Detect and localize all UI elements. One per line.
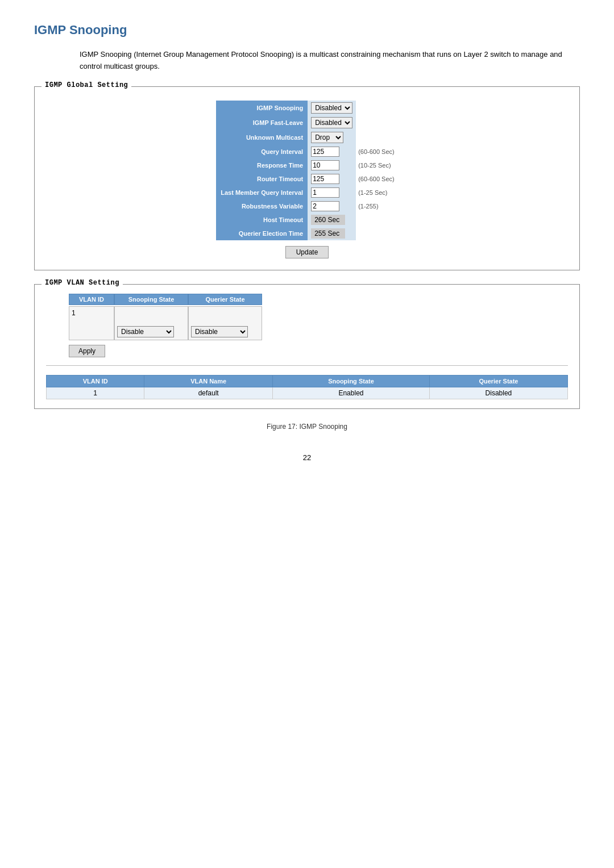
global-select-0[interactable]: DisabledEnabled — [311, 102, 352, 114]
vlan-list-col-0: VLAN ID — [47, 375, 144, 387]
vlan-col-header-querier: Querier State — [188, 294, 262, 305]
global-setting-section: IGMP Global Setting IGMP SnoopingDisable… — [34, 86, 580, 270]
global-field-hint-8 — [356, 213, 398, 227]
page-number: 22 — [34, 453, 580, 462]
global-field-label-5: Router Timeout — [216, 172, 308, 186]
page-title: IGMP Snooping — [34, 23, 580, 37]
global-field-hint-6: (1-25 Sec) — [356, 186, 398, 199]
vlan-id-cell: 1 — [69, 306, 114, 340]
vlan-id-value: 1 — [72, 309, 76, 317]
global-readonly-9: 255 Sec — [311, 228, 345, 239]
vlan-list-cell-0-3: Disabled — [429, 387, 567, 399]
global-readonly-8: 260 Sec — [311, 215, 345, 225]
vlan-list-cell-0-0: 1 — [47, 387, 144, 399]
global-field-hint-5: (60-600 Sec) — [356, 172, 398, 186]
global-field-value-8: 260 Sec — [308, 213, 356, 227]
global-field-hint-4: (10-25 Sec) — [356, 158, 398, 172]
vlan-snoop-dropdown-row: DisableEnable — [117, 326, 185, 337]
vlan-snoop-area: DisableEnable — [114, 306, 188, 340]
global-field-hint-9 — [356, 227, 398, 240]
vlan-querier-area: DisableEnable — [188, 306, 262, 340]
global-field-label-1: IGMP Fast-Leave — [216, 115, 308, 130]
vlan-setting-section: IGMP VLAN Setting VLAN ID Snooping State… — [34, 284, 580, 409]
global-field-hint-2 — [356, 130, 398, 145]
table-row: 1defaultEnabledDisabled — [47, 387, 568, 399]
vlan-col-header-snoop: Snooping State — [114, 294, 188, 305]
vlan-list-cell-0-1: default — [144, 387, 273, 399]
figure-caption: Figure 17: IGMP Snooping — [34, 423, 580, 431]
vlan-setting-title: IGMP VLAN Setting — [42, 279, 123, 287]
global-field-value-7[interactable] — [308, 199, 356, 213]
update-button[interactable]: Update — [285, 246, 329, 258]
global-input-5[interactable] — [311, 174, 339, 184]
global-setting-table: IGMP SnoopingDisabledEnabledIGMP Fast-Le… — [216, 101, 397, 240]
global-field-value-0[interactable]: DisabledEnabled — [308, 101, 356, 115]
global-input-7[interactable] — [311, 201, 339, 211]
global-field-value-3[interactable] — [308, 145, 356, 158]
vlan-body-row: 1 DisableEnable DisableEnable — [69, 306, 262, 340]
vlan-list-col-2: Snooping State — [273, 375, 430, 387]
global-select-2[interactable]: DropFlood — [311, 132, 343, 143]
vlan-setting-inner: VLAN ID Snooping State Querier State 1 D… — [69, 294, 568, 360]
apply-button[interactable]: Apply — [69, 345, 105, 357]
global-field-value-9: 255 Sec — [308, 227, 356, 240]
global-input-4[interactable] — [311, 160, 339, 170]
global-field-label-4: Response Time — [216, 158, 308, 172]
vlan-list-col-3: Querier State — [429, 375, 567, 387]
global-input-6[interactable] — [311, 187, 339, 198]
global-field-label-2: Unknown Multicast — [216, 130, 308, 145]
vlan-table-header: VLAN ID Snooping State Querier State — [69, 294, 262, 305]
divider — [46, 365, 568, 366]
global-input-3[interactable] — [311, 147, 339, 157]
global-field-hint-0 — [356, 101, 398, 115]
global-field-label-7: Robustness Variable — [216, 199, 308, 213]
vlan-querier-select[interactable]: DisableEnable — [191, 326, 248, 337]
vlan-list-col-1: VLAN Name — [144, 375, 273, 387]
vlan-snoop-select[interactable]: DisableEnable — [117, 326, 174, 337]
global-field-label-3: Query Interval — [216, 145, 308, 158]
global-field-label-9: Querier Election Time — [216, 227, 308, 240]
global-field-label-8: Host Timeout — [216, 213, 308, 227]
global-setting-title: IGMP Global Setting — [42, 81, 131, 89]
global-field-label-0: IGMP Snooping — [216, 101, 308, 115]
global-field-value-1[interactable]: DisabledEnabled — [308, 115, 356, 130]
global-field-hint-3: (60-600 Sec) — [356, 145, 398, 158]
vlan-list-table: VLAN IDVLAN NameSnooping StateQuerier St… — [46, 375, 568, 399]
global-field-value-6[interactable] — [308, 186, 356, 199]
global-field-label-6: Last Member Query Interval — [216, 186, 308, 199]
vlan-querier-dropdown-row: DisableEnable — [191, 326, 259, 337]
vlan-col-header-id: VLAN ID — [69, 294, 114, 305]
global-field-hint-7: (1-255) — [356, 199, 398, 213]
global-field-value-4[interactable] — [308, 158, 356, 172]
intro-text: IGMP Snooping (Internet Group Management… — [80, 49, 580, 73]
global-field-hint-1 — [356, 115, 398, 130]
global-field-value-5[interactable] — [308, 172, 356, 186]
vlan-list-cell-0-2: Enabled — [273, 387, 430, 399]
global-field-value-2[interactable]: DropFlood — [308, 130, 356, 145]
global-select-1[interactable]: DisabledEnabled — [311, 117, 352, 128]
